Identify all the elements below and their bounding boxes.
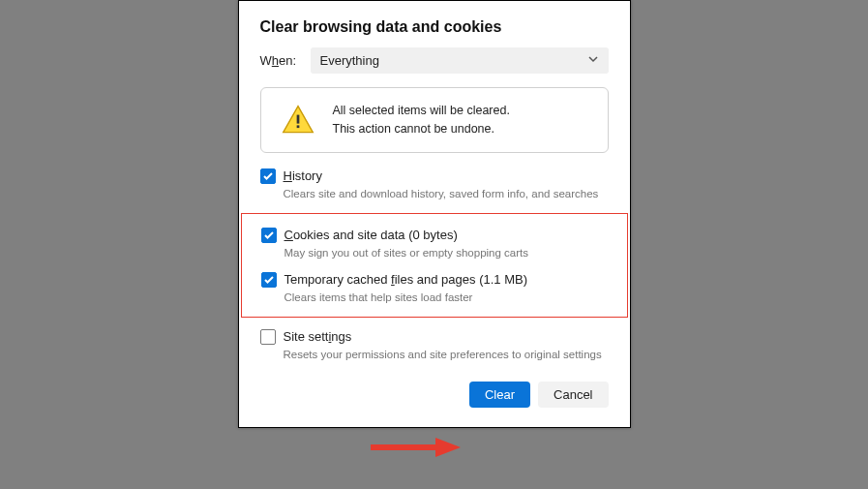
svg-marker-3 xyxy=(435,438,461,457)
when-value: Everything xyxy=(320,53,379,68)
when-row: When: Everything xyxy=(260,47,609,74)
cache-label: Temporary cached files and pages (1.1 MB… xyxy=(284,272,527,287)
svg-rect-1 xyxy=(296,125,299,128)
option-history: History Clears site and download history… xyxy=(260,168,609,199)
dialog-buttons: Clear Cancel xyxy=(260,382,609,408)
annotation-arrow-icon xyxy=(366,432,463,463)
option-site-settings: Site settings Resets your permissions an… xyxy=(260,329,609,360)
cancel-button[interactable]: Cancel xyxy=(538,382,608,408)
warning-box: All selected items will be cleared. This… xyxy=(260,87,609,153)
history-desc: Clears site and download history, saved … xyxy=(284,188,609,199)
site-settings-label: Site settings xyxy=(284,329,352,344)
dialog-title: Clear browsing data and cookies xyxy=(260,18,609,36)
clear-button[interactable]: Clear xyxy=(469,382,530,408)
option-cookies: Cookies and site data (0 bytes) May sign… xyxy=(261,228,608,259)
cache-checkbox[interactable] xyxy=(261,272,277,288)
site-settings-desc: Resets your permissions and site prefere… xyxy=(284,349,609,360)
when-select[interactable]: Everything xyxy=(311,47,609,74)
cookies-desc: May sign you out of sites or empty shopp… xyxy=(284,247,608,259)
chevron-down-icon xyxy=(587,53,599,68)
history-label: History xyxy=(284,168,322,183)
warning-text: All selected items will be cleared. This… xyxy=(333,102,510,138)
cache-desc: Clears items that help sites load faster xyxy=(284,291,608,303)
history-checkbox[interactable] xyxy=(260,168,276,184)
cookies-checkbox[interactable] xyxy=(261,228,277,243)
when-label: When: xyxy=(260,53,311,68)
option-cache: Temporary cached files and pages (1.1 MB… xyxy=(261,272,608,303)
warning-triangle-icon xyxy=(281,103,315,138)
clear-data-dialog: Clear browsing data and cookies When: Ev… xyxy=(238,0,631,428)
site-settings-checkbox[interactable] xyxy=(260,329,276,345)
highlighted-options: Cookies and site data (0 bytes) May sign… xyxy=(241,213,628,318)
svg-rect-0 xyxy=(296,114,299,123)
cookies-label: Cookies and site data (0 bytes) xyxy=(284,228,458,242)
